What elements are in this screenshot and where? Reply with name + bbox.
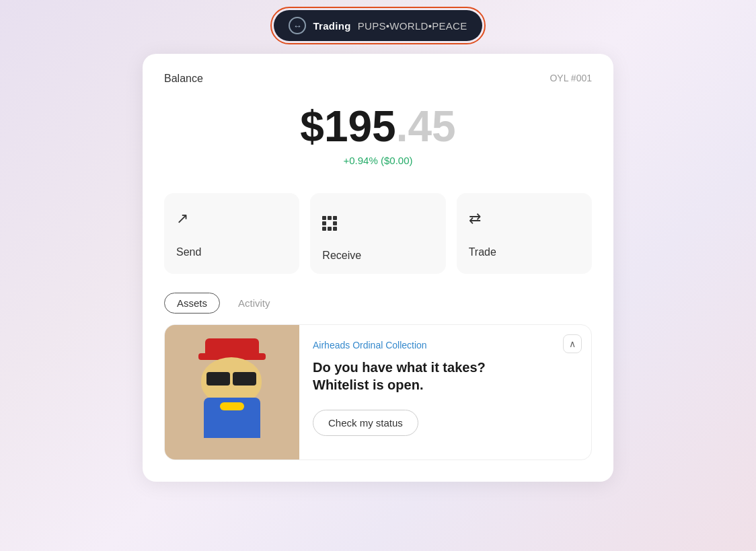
balance-heading: Balance (164, 73, 203, 85)
card-header: Balance OYL #001 (164, 73, 592, 85)
balance-section: $195.45 +0.94% ($0.00) (164, 105, 592, 166)
check-status-button[interactable]: Check my status (313, 410, 418, 436)
nft-image (165, 325, 299, 460)
balance-decimal: .45 (396, 102, 456, 151)
collection-title-line1: Do you have what it takes? (313, 360, 486, 375)
balance-amount: $195.45 (164, 105, 592, 148)
collection-title-line2: Whitelist is open. (313, 377, 423, 392)
collection-info: Airheads Ordinal Collection Do you have … (299, 325, 591, 451)
nft-glasses (206, 372, 256, 385)
actions-row: ↗ Send Receive ⇄ Trade (164, 193, 592, 274)
chevron-up-icon: ∧ (569, 338, 576, 349)
receive-label: Receive (322, 250, 361, 261)
trading-label: Trading (313, 20, 350, 32)
qr-code-icon (322, 207, 433, 231)
send-label: Send (176, 246, 201, 258)
balance-integer: $195 (300, 102, 395, 151)
tabs-row: Assets Activity (164, 293, 592, 314)
nft-lens-left (206, 372, 230, 385)
trade-button[interactable]: ⇄ Trade (457, 193, 592, 274)
collection-title: Do you have what it takes? Whitelist is … (313, 359, 578, 394)
nft-figure (192, 338, 272, 446)
trade-icon: ⇄ (469, 210, 580, 227)
collection-card: Airheads Ordinal Collection Do you have … (164, 324, 592, 460)
balance-change: +0.94% ($0.00) (164, 155, 592, 166)
send-icon: ↗ (176, 210, 287, 227)
nft-chain (220, 402, 244, 410)
nft-lens-right (233, 372, 256, 385)
top-bar: ↔ Trading PUPS•WORLD•PEACE (274, 10, 482, 41)
tab-assets[interactable]: Assets (164, 293, 220, 314)
top-bar-container: ↔ Trading PUPS•WORLD•PEACE (270, 7, 485, 44)
trade-label: Trade (469, 246, 496, 258)
collapse-button[interactable]: ∧ (563, 334, 582, 353)
receive-button[interactable]: Receive (310, 193, 445, 274)
ticker-label: PUPS•WORLD•PEACE (358, 20, 467, 32)
collection-name: Airheads Ordinal Collection (313, 340, 578, 351)
send-button[interactable]: ↗ Send (164, 193, 299, 274)
main-card: Balance OYL #001 $195.45 +0.94% ($0.00) … (143, 54, 613, 482)
exchange-icon: ↔ (289, 17, 306, 34)
oyl-id: OYL #001 (550, 73, 592, 83)
tab-activity[interactable]: Activity (225, 293, 283, 314)
